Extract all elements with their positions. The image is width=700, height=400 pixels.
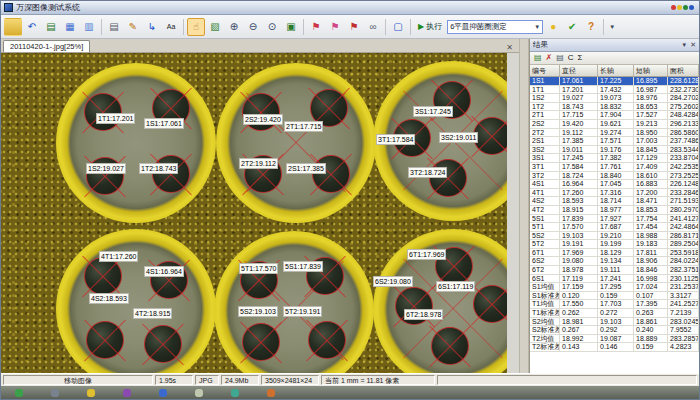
table-row[interactable]: 5S117.83917.92717.754241.4127	[530, 215, 699, 224]
link-icon[interactable]: ∞	[364, 18, 382, 36]
column-header[interactable]: 直径	[560, 65, 598, 76]
save-icon[interactable]: ▦	[61, 18, 79, 36]
sum-sigma-icon[interactable]: Σ	[578, 54, 583, 62]
window-title: 万深图像测试系统	[16, 2, 80, 13]
table-row[interactable]: T2标准差0.1430.1460.1594.2823	[530, 343, 699, 352]
monitor-icon[interactable]: ▢	[389, 18, 407, 36]
table-row[interactable]: 2T117.71517.90417.527248.4284	[530, 111, 699, 120]
execute-button[interactable]: ▶ 执行	[414, 18, 446, 36]
column-header[interactable]: 短轴	[634, 65, 668, 76]
acquire-image-icon[interactable]: ↶	[23, 18, 41, 36]
fit-screen-icon[interactable]: ▣	[282, 18, 300, 36]
table-row[interactable]: 3S219.01119.17618.845283.5344	[530, 146, 699, 155]
table-row[interactable]: 2S219.42019.62119.213296.2133	[530, 120, 699, 129]
open-folder-icon[interactable]	[4, 18, 22, 36]
import-image-icon[interactable]: ▤	[42, 18, 60, 36]
measure-flag-icon-3[interactable]: ⚑	[345, 18, 363, 36]
measure-flag-icon-1[interactable]: ⚑	[307, 18, 325, 36]
clear-icon[interactable]: C	[568, 54, 574, 62]
inhibition-zone-2-4	[312, 155, 350, 193]
export-results-icon[interactable]: ▤	[534, 54, 542, 62]
value-cell: 17.904	[598, 111, 634, 119]
column-header[interactable]: 编号	[530, 65, 560, 76]
row-id-cell: S2均值	[530, 318, 560, 326]
value-cell: 17.200	[634, 189, 668, 197]
table-row[interactable]: 1S117.06117.22516.895228.6128	[530, 77, 699, 86]
row-id-cell: 3S2	[530, 146, 560, 154]
table-row[interactable]: T1均值17.55017.70317.395241.2527	[530, 300, 699, 309]
table-row[interactable]: 6T117.96918.12917.811253.5918	[530, 249, 699, 258]
row-id-cell: 1T2	[530, 103, 560, 111]
measurement-label: 6T2:18.978	[404, 309, 443, 320]
measurement-label: 6S2:19.080	[373, 276, 413, 287]
preset-dropdown[interactable]: 6平皿抑菌圈测定 ▼	[447, 20, 543, 34]
table-row[interactable]: 1T117.20117.43216.987232.2730	[530, 86, 699, 95]
table-row[interactable]: S1标准差0.1200.1590.1073.3127	[530, 292, 699, 301]
column-header[interactable]: 面积	[668, 65, 699, 76]
table-row[interactable]: 1S219.02719.07318.976284.2702	[530, 94, 699, 103]
table-row[interactable]: 5T219.19119.19919.183289.2504	[530, 240, 699, 249]
edit-pencil-icon[interactable]: ✎	[124, 18, 142, 36]
table-row[interactable]: 3S117.24517.38217.129233.8704	[530, 154, 699, 163]
table-row[interactable]: S1均值17.15917.29517.024231.2537	[530, 283, 699, 292]
confirm-check-icon[interactable]: ✔	[563, 18, 581, 36]
table-row[interactable]: 1T218.74318.83218.653275.2602	[530, 103, 699, 112]
delete-results-icon[interactable]: ✗	[546, 54, 553, 62]
panel-splitter[interactable]	[519, 39, 529, 373]
table-row[interactable]: 4S218.59318.71418.471271.5193	[530, 197, 699, 206]
export-report-icon[interactable]: ↳	[143, 18, 161, 36]
value-cell: 0.240	[634, 326, 668, 334]
table-row[interactable]: 2T219.11219.27418.950286.5860	[530, 129, 699, 138]
image-view-icon[interactable]: ▧	[206, 18, 224, 36]
row-id-cell: 1S1	[530, 77, 560, 85]
attention-icon[interactable]: ●	[544, 18, 562, 36]
column-header[interactable]: 长轴	[598, 65, 634, 76]
help-menu-arrow[interactable]: ▼	[607, 18, 617, 36]
print-icon[interactable]: ▤	[105, 18, 123, 36]
value-cell: 296.2133	[668, 120, 699, 128]
table-row[interactable]: T1标准差0.2620.2720.2637.2139	[530, 309, 699, 318]
print-results-icon[interactable]: ▤	[556, 54, 564, 62]
table-header-row: 编号直径长轴短轴面积	[530, 65, 699, 77]
image-tab[interactable]: 20110420-1-.jpg[25%]	[3, 40, 90, 52]
hand-pan-icon[interactable]: ☝	[187, 18, 205, 36]
table-row[interactable]: 2S117.38517.57117.003237.7486	[530, 137, 699, 146]
row-id-cell: 1S2	[530, 94, 560, 102]
status-time: 1.95s	[155, 375, 193, 385]
close-tab-icon[interactable]: ✕	[502, 43, 517, 52]
text-annotation-icon[interactable]: Aa	[162, 18, 180, 36]
table-row[interactable]: 4T218.91518.97718.853280.2970	[530, 206, 699, 215]
measure-flag-icon-2[interactable]: ⚑	[326, 18, 344, 36]
value-cell: 226.1248	[668, 180, 699, 188]
table-row[interactable]: 4T117.26017.31617.200233.2846	[530, 189, 699, 198]
zoom-out-icon[interactable]: ⊖	[244, 18, 262, 36]
table-row[interactable]: 3T218.72418.84018.610273.2525	[530, 172, 699, 181]
image-canvas[interactable]: 1T1:17.2011S1:17.0611S2:19.0271T2:18.743…	[1, 53, 519, 373]
table-row[interactable]: S2标准差0.2670.2920.2407.9552	[530, 326, 699, 335]
row-id-cell: 4S2	[530, 197, 560, 205]
table-row[interactable]: 3T117.58417.76117.409242.2535	[530, 163, 699, 172]
measurement-label: 1S2:19.027	[86, 163, 126, 174]
table-row[interactable]: 6S219.08019.13418.906284.0224	[530, 257, 699, 266]
row-id-cell: 6T1	[530, 249, 560, 257]
table-row[interactable]: 5S219.10319.21018.988286.8171	[530, 232, 699, 241]
table-row[interactable]: 4S116.96417.04516.883226.1248	[530, 180, 699, 189]
pin-icon[interactable]: ▾	[683, 41, 687, 49]
value-cell: 283.0245	[668, 318, 699, 326]
close-panel-icon[interactable]: ✕	[690, 41, 696, 49]
zoom-in-icon[interactable]: ⊕	[225, 18, 243, 36]
table-row[interactable]: T2均值18.99219.08718.889283.2857	[530, 335, 699, 344]
help-button[interactable]: ?	[582, 18, 600, 36]
chevron-down-icon: ▼	[534, 24, 540, 30]
save-all-icon[interactable]: ▥	[80, 18, 98, 36]
table-row[interactable]: 5T117.57017.68717.454242.4864	[530, 223, 699, 232]
value-cell: 0.159	[598, 292, 634, 300]
measurement-label: 6T1:17.969	[407, 249, 446, 260]
status-scale: 当前 1 mm = 11.81 像素	[321, 375, 435, 385]
value-cell: 17.969	[560, 249, 598, 257]
value-cell: 228.6128	[668, 77, 699, 85]
table-row[interactable]: 6T218.97819.11118.846282.3751	[530, 266, 699, 275]
zoom-actual-icon[interactable]: ⊙	[263, 18, 281, 36]
table-row[interactable]: 6S117.11917.24116.998230.1125	[530, 275, 699, 284]
table-row[interactable]: S2均值18.98119.10318.861283.0245	[530, 318, 699, 327]
